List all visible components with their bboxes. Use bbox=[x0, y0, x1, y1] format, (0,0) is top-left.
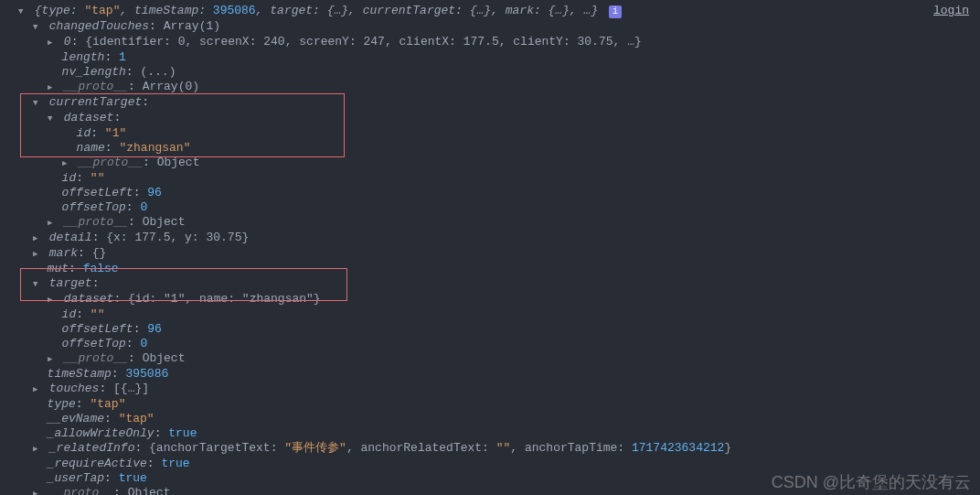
chevron-right-icon[interactable] bbox=[48, 351, 57, 367]
chevron-right-icon[interactable] bbox=[48, 292, 57, 307]
root-line[interactable]: {type: "tap", timeStamp: 395086, target:… bbox=[7, 4, 973, 19]
chevron-right-icon[interactable] bbox=[62, 156, 71, 171]
target-offsetleft-line: offsetLeft: 96 bbox=[7, 322, 973, 337]
changed-touches-line[interactable]: changedTouches: Array(1) bbox=[7, 19, 973, 35]
target-dataset-line[interactable]: dataset: {id: "1", name: "zhangsan"} bbox=[7, 292, 973, 307]
chevron-down-icon[interactable] bbox=[48, 111, 57, 126]
chevron-down-icon[interactable] bbox=[33, 95, 42, 111]
requireactive-line: _requireActive: true bbox=[7, 457, 973, 471]
touch-0-line[interactable]: 0: {identifier: 0, screenX: 240, screenY… bbox=[7, 35, 973, 50]
target-proto-line[interactable]: __proto__: Object bbox=[7, 351, 973, 367]
chevron-right-icon[interactable] bbox=[48, 35, 57, 50]
evname-line: __evName: "tap" bbox=[7, 412, 973, 426]
ct-offsetleft-line: offsetLeft: 96 bbox=[7, 186, 973, 200]
ct-offsettop-line: offsetTop: 0 bbox=[7, 200, 973, 215]
chevron-right-icon[interactable] bbox=[33, 231, 42, 246]
chevron-down-icon[interactable] bbox=[33, 276, 42, 292]
length-line: length: 1 bbox=[7, 50, 973, 65]
console-tree: {type: "tap", timeStamp: 395086, target:… bbox=[7, 4, 973, 495]
touches-line[interactable]: touches: [{…}] bbox=[7, 382, 973, 397]
chevron-right-icon[interactable] bbox=[33, 486, 42, 495]
target-offsettop-line: offsetTop: 0 bbox=[7, 337, 973, 351]
dataset-name-line: name: "zhangsan" bbox=[7, 141, 973, 156]
ct-proto-line[interactable]: __proto__: Object bbox=[7, 215, 973, 231]
detail-line[interactable]: detail: {x: 177.5, y: 30.75} bbox=[7, 231, 973, 246]
ct-id-line: id: "" bbox=[7, 171, 973, 186]
chevron-down-icon[interactable] bbox=[33, 19, 42, 35]
chevron-down-icon[interactable] bbox=[18, 4, 27, 19]
info-icon[interactable]: i bbox=[609, 5, 622, 18]
type-line: type: "tap" bbox=[7, 397, 973, 412]
proto-line[interactable]: __proto__: Array(0) bbox=[7, 80, 973, 95]
dataset-id-line: id: "1" bbox=[7, 126, 973, 141]
login-link[interactable]: login bbox=[933, 4, 969, 18]
timestamp-line: timeStamp: 395086 bbox=[7, 367, 973, 382]
dataset-proto-line[interactable]: __proto__: Object bbox=[7, 156, 973, 171]
current-target-line[interactable]: currentTarget: bbox=[7, 95, 973, 111]
nv-length-line[interactable]: nv_length: (...) bbox=[7, 65, 973, 80]
chevron-right-icon[interactable] bbox=[33, 246, 42, 262]
watermark: CSDN @比奇堡的天没有云 bbox=[772, 475, 971, 490]
relatedinfo-line[interactable]: _relatedInfo: {anchorTargetText: "事件传参",… bbox=[7, 441, 973, 457]
chevron-right-icon[interactable] bbox=[33, 382, 42, 397]
mark-line[interactable]: mark: {} bbox=[7, 246, 973, 262]
target-id-line: id: "" bbox=[7, 307, 973, 322]
chevron-right-icon[interactable] bbox=[33, 441, 42, 457]
chevron-right-icon[interactable] bbox=[48, 80, 57, 95]
mut-line: mut: false bbox=[7, 262, 973, 276]
dataset-line[interactable]: dataset: bbox=[7, 111, 973, 126]
allowwriteonly-line: _allowWriteOnly: true bbox=[7, 426, 973, 441]
target-line[interactable]: target: bbox=[7, 276, 973, 292]
chevron-right-icon[interactable] bbox=[48, 215, 57, 231]
